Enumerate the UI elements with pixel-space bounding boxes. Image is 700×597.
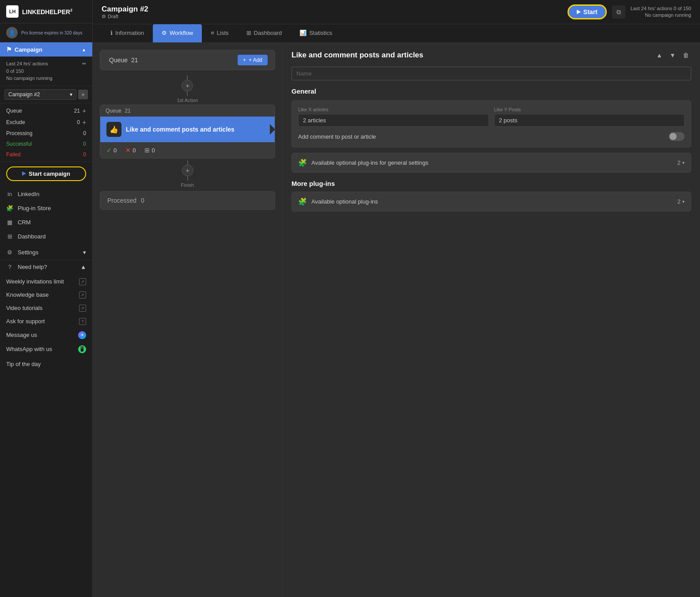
help-item-knowledge-base[interactable]: Knowledge base ↗ xyxy=(0,288,92,302)
connector-line-top-2 xyxy=(187,160,188,165)
tab-dashboard[interactable]: ⊞ Dashboard xyxy=(238,24,291,42)
queue-item-queue[interactable]: Queue 21 + xyxy=(0,105,92,117)
add-step-button-2[interactable]: + xyxy=(182,165,193,176)
general-row-likes: Like X articles 2 articles Like Y Posts … xyxy=(298,107,685,127)
help-item-video-tutorials[interactable]: Video tutorials ↗ xyxy=(0,302,92,315)
details-title: Like and comment posts and articles xyxy=(291,51,424,60)
like-x-value[interactable]: 2 articles xyxy=(298,114,489,127)
external-link-icon: ↗ xyxy=(79,278,86,285)
more-plugins-row[interactable]: 🧩 Available optional plug-ins 2 ▾ xyxy=(291,192,691,212)
sidebar-profile[interactable]: 👤 Pro license expires in 320 days xyxy=(0,23,92,42)
name-input[interactable] xyxy=(291,67,691,80)
start-button-label: Start xyxy=(583,8,598,15)
settings-chevron-icon: ▾ xyxy=(83,249,86,256)
action-stat-processed: ⊞ 0 xyxy=(144,147,155,154)
like-y-value[interactable]: 2 posts xyxy=(494,114,685,127)
campaign-select[interactable]: Campaign #2 ▾ xyxy=(4,89,76,100)
sidebar-nav: in LinkedIn 🧩 Plug-in Store ▦ CRM ⊞ Dash… xyxy=(0,185,92,246)
tab-workflow[interactable]: ⚙ Workflow xyxy=(153,24,202,42)
action-stat-failed: ✕ 0 xyxy=(125,147,136,154)
topbar-right: Start ⧉ Last 24 hrs' actions 0 of 150 No… xyxy=(568,4,691,19)
tab-lists[interactable]: ≡ Lists xyxy=(202,24,237,42)
queue-item-failed[interactable]: Failed 0 xyxy=(0,149,92,160)
main-area: Campaign #2 ⚙ Draft Start ⧉ Last 24 hrs'… xyxy=(93,0,700,597)
topbar-actions-info: Last 24 hrs' actions 0 of 150 No campaig… xyxy=(631,5,691,19)
campaign-chevron-icon: ▲ xyxy=(82,47,86,52)
sidebar-item-crm[interactable]: ▦ CRM xyxy=(0,215,92,230)
sidebar-need-help-header[interactable]: ? Need help? ▲ xyxy=(0,260,92,274)
processed-count: 0 xyxy=(141,197,144,204)
queue-items-list: Queue 21 + Exclude 0 + Processing 0 Succ… xyxy=(0,103,92,162)
add-action-button[interactable]: + + Add xyxy=(238,55,268,65)
exclude-add-icon[interactable]: + xyxy=(83,119,86,126)
add-step-button-1[interactable]: + xyxy=(182,80,193,91)
first-action-label: 1st Action xyxy=(177,98,198,103)
lists-tab-label: Lists xyxy=(217,30,229,36)
queue-count: 21 xyxy=(74,108,79,114)
dashboard-label: Dashboard xyxy=(18,233,46,240)
queue-add-icon[interactable]: + xyxy=(83,107,86,114)
like-y-field: Like Y Posts 2 posts xyxy=(494,107,685,127)
start-campaign-button[interactable]: Start campaign xyxy=(6,166,86,181)
help-item-ask-support[interactable]: Ask for support ? xyxy=(0,315,92,328)
topbar-start-button[interactable]: Start xyxy=(568,4,607,19)
tip-of-day-item[interactable]: Tip of the day xyxy=(0,357,92,371)
queue-item-exclude[interactable]: Exclude 0 + xyxy=(0,117,92,128)
help-item-message-us[interactable]: Message us ✈ xyxy=(0,328,92,342)
collapse-button[interactable]: ▲ xyxy=(654,50,665,60)
sidebar: LH LINKEDHELPER2 👤 Pro license expires i… xyxy=(0,0,93,597)
action-card-stats: ✓ 0 ✕ 0 ⊞ 0 xyxy=(100,142,275,158)
tab-statistics[interactable]: 📊 Statistics xyxy=(291,24,341,42)
topbar-left: Campaign #2 ⚙ Draft xyxy=(102,5,148,19)
general-plugins-row[interactable]: 🧩 Available optional plug-ins for genera… xyxy=(291,153,691,173)
plugin-store-icon: 🧩 xyxy=(6,205,13,212)
tab-information[interactable]: ℹ Information xyxy=(102,24,153,42)
comment-toggle[interactable] xyxy=(669,132,685,141)
linkedin-icon: in xyxy=(6,191,13,198)
info-tab-label: Information xyxy=(115,30,144,36)
help-item-whatsapp[interactable]: WhatsApp with us 📱 xyxy=(0,342,92,356)
successful-count: 0 xyxy=(83,141,86,147)
general-plugins-label: Available optional plug-ins for general … xyxy=(311,159,673,166)
workflow-panel: Queue 21 + + Add + 1st Action Queue xyxy=(93,43,283,597)
queue-bar-label: Queue 21 xyxy=(107,57,138,64)
plugin-store-label: Plug-in Store xyxy=(18,205,51,212)
delete-button[interactable]: 🗑 xyxy=(681,50,691,60)
add-label: + Add xyxy=(249,57,262,63)
help-item-weekly-invitations[interactable]: Weekly invitations limit ↗ xyxy=(0,275,92,288)
like-x-label: Like X articles xyxy=(298,107,489,112)
like-y-label: Like Y Posts xyxy=(494,107,685,112)
queue-item-processing[interactable]: Processing 0 xyxy=(0,128,92,139)
campaign-status: ⚙ Draft xyxy=(102,14,148,19)
add-icon: + xyxy=(243,57,246,63)
tabs-bar: ℹ Information ⚙ Workflow ≡ Lists ⊞ Dashb… xyxy=(93,24,700,43)
crm-icon: ▦ xyxy=(6,219,13,226)
processing-count: 0 xyxy=(83,130,86,136)
workflow-connector-2: + Finish xyxy=(181,160,194,188)
action-card-body[interactable]: 👍 Like and comment posts and articles xyxy=(100,117,275,142)
sidebar-logo: LH LINKEDHELPER2 xyxy=(0,0,92,23)
copy-button[interactable]: ⧉ xyxy=(612,5,625,19)
sidebar-item-plugin-store[interactable]: 🧩 Plug-in Store xyxy=(0,201,92,215)
statistics-tab-label: Statistics xyxy=(309,30,332,36)
campaign-add-button[interactable]: + xyxy=(78,90,88,99)
stat-line-2: 0 of 150 xyxy=(6,68,86,75)
expand-button[interactable]: ▼ xyxy=(667,50,678,60)
workflow-tab-icon: ⚙ xyxy=(162,30,167,36)
weekly-invitations-label: Weekly invitations limit xyxy=(6,278,64,285)
queue-item-successful[interactable]: Successful 0 xyxy=(0,139,92,149)
app-logo-text: LINKEDHELPER2 xyxy=(22,8,72,15)
campaign-select-area: Campaign #2 ▾ + xyxy=(0,86,92,103)
dashboard-icon: ⊞ xyxy=(6,233,13,240)
x-icon: ✕ xyxy=(125,147,131,154)
sidebar-item-dashboard[interactable]: ⊞ Dashboard xyxy=(0,230,92,244)
sidebar-campaign-header[interactable]: ⚑ Campaign ▲ xyxy=(0,42,92,57)
process-icon: ⊞ xyxy=(144,147,150,154)
sidebar-item-settings[interactable]: ⚙ Settings ▾ xyxy=(0,246,92,260)
more-plugins-label: Available optional plug-ins xyxy=(311,198,673,205)
sidebar-item-linkedin[interactable]: in LinkedIn xyxy=(0,187,92,201)
edit-icon[interactable]: ✏ xyxy=(82,60,86,68)
finish-label: Finish xyxy=(181,182,194,188)
sidebar-stats: Last 24 hrs' actions ✏ 0 of 150 No campa… xyxy=(0,57,92,86)
message-us-label: Message us xyxy=(6,332,37,338)
